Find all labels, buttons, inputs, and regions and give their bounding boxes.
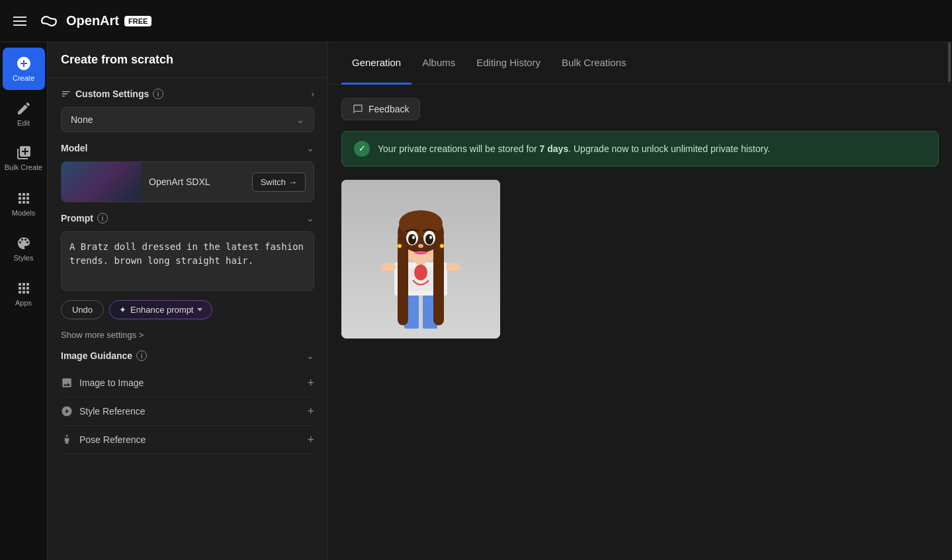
image-grid bbox=[341, 180, 939, 339]
banner-text: Your private creations will be stored fo… bbox=[378, 142, 770, 156]
sidebar-item-bulk-create[interactable]: Bulk Create bbox=[3, 138, 45, 180]
switch-arrow-icon: → bbox=[288, 177, 297, 187]
prompt-input[interactable]: A Bratz doll dressed in the latest fashi… bbox=[61, 231, 314, 291]
prompt-actions: Undo ✦ Enhance prompt bbox=[61, 300, 314, 319]
left-panel: Create from scratch Custom Settings i bbox=[48, 42, 328, 560]
custom-settings-dropdown[interactable]: None ⌄ bbox=[61, 107, 314, 132]
sidebar-label-styles: Styles bbox=[14, 254, 34, 262]
sidebar-item-apps[interactable]: Apps bbox=[3, 272, 45, 315]
custom-settings-title: Custom Settings i bbox=[61, 89, 163, 99]
svg-rect-24 bbox=[446, 263, 460, 271]
custom-settings-header: Custom Settings i › bbox=[61, 89, 314, 99]
svg-point-22 bbox=[440, 244, 444, 248]
sparkle-icon: ✦ bbox=[119, 305, 126, 315]
bulk-create-icon bbox=[16, 145, 32, 161]
pose-reference-item[interactable]: Pose Reference + bbox=[61, 426, 314, 454]
svg-point-19 bbox=[429, 236, 432, 239]
svg-point-20 bbox=[418, 244, 423, 248]
sidebar-label-create: Create bbox=[13, 74, 34, 82]
logo-text: OpenArt bbox=[66, 13, 119, 28]
prompt-title: Prompt i bbox=[61, 213, 108, 223]
tab-bulk-creations[interactable]: Bulk Creations bbox=[551, 42, 637, 85]
tab-generation[interactable]: Generation bbox=[341, 42, 411, 85]
create-icon bbox=[16, 56, 32, 71]
model-chevron[interactable]: ⌄ bbox=[306, 143, 314, 153]
settings-icon bbox=[61, 89, 71, 99]
style-reference-icon bbox=[61, 405, 73, 417]
image-guidance-section: Image Guidance i ⌄ Image to Image + bbox=[61, 350, 314, 454]
panel-content: Custom Settings i › None ⌄ Model ⌄ bbox=[48, 78, 327, 560]
logo-icon bbox=[37, 9, 61, 33]
svg-point-21 bbox=[398, 244, 402, 248]
switch-button[interactable]: Switch → bbox=[252, 173, 306, 192]
pose-reference-icon bbox=[61, 434, 73, 446]
tab-albums[interactable]: Albums bbox=[411, 42, 466, 85]
tabs-bar: Generation Albums Editing History Bulk C… bbox=[328, 42, 952, 85]
content-area: Feedback ✓ Your private creations will b… bbox=[328, 85, 952, 560]
right-content: Generation Albums Editing History Bulk C… bbox=[328, 42, 952, 560]
feedback-icon bbox=[353, 104, 363, 114]
sidebar-item-models[interactable]: Models bbox=[3, 182, 45, 225]
pose-reference-add-icon[interactable]: + bbox=[307, 434, 314, 446]
sidebar-label-apps: Apps bbox=[15, 299, 32, 307]
image-to-image-icon bbox=[61, 377, 73, 389]
prompt-chevron[interactable]: ⌄ bbox=[306, 213, 314, 223]
sidebar-item-edit[interactable]: Edit bbox=[3, 93, 45, 135]
models-icon bbox=[16, 190, 32, 206]
check-circle-icon: ✓ bbox=[354, 141, 370, 157]
image-to-image-label: Image to Image bbox=[79, 378, 144, 388]
svg-point-16 bbox=[408, 234, 416, 245]
free-badge: FREE bbox=[124, 16, 151, 26]
topbar: OpenArt FREE bbox=[0, 0, 952, 42]
undo-button[interactable]: Undo bbox=[61, 300, 104, 319]
custom-settings-info-icon[interactable]: i bbox=[153, 89, 163, 99]
menu-button[interactable] bbox=[11, 14, 29, 28]
svg-rect-23 bbox=[381, 263, 396, 271]
sidebar-label-edit: Edit bbox=[17, 119, 30, 127]
apps-icon bbox=[16, 280, 32, 296]
svg-point-17 bbox=[425, 234, 433, 245]
generated-image-1[interactable] bbox=[341, 180, 500, 339]
style-reference-item[interactable]: Style Reference + bbox=[61, 397, 314, 426]
dropdown-chevron-icon: ⌄ bbox=[296, 114, 304, 125]
model-preview-image bbox=[62, 162, 141, 202]
main-layout: Create Edit Bulk Create Models Styles bbox=[0, 42, 952, 560]
bratz-doll-image bbox=[341, 180, 500, 339]
custom-settings-section: Custom Settings i › None ⌄ bbox=[61, 89, 314, 132]
info-banner: ✓ Your private creations will be stored … bbox=[341, 131, 939, 167]
prompt-info-icon[interactable]: i bbox=[97, 213, 108, 223]
model-header: Model ⌄ bbox=[61, 143, 314, 153]
svg-point-13 bbox=[399, 210, 443, 237]
image-to-image-add-icon[interactable]: + bbox=[307, 377, 314, 389]
banner-days: 7 days bbox=[540, 143, 569, 154]
feedback-button[interactable]: Feedback bbox=[341, 98, 420, 120]
image-guidance-header: Image Guidance i ⌄ bbox=[61, 350, 314, 361]
sidebar-label-bulk-create: Bulk Create bbox=[5, 163, 42, 172]
sidebar-item-styles[interactable]: Styles bbox=[3, 227, 45, 270]
model-card[interactable]: OpenArt SDXL Switch → bbox=[61, 161, 314, 202]
enhance-button[interactable]: ✦ Enhance prompt bbox=[109, 300, 212, 319]
model-preview bbox=[62, 162, 141, 202]
styles-icon bbox=[16, 235, 32, 251]
model-name: OpenArt SDXL bbox=[141, 177, 252, 187]
image-guidance-info-icon[interactable]: i bbox=[136, 350, 147, 361]
style-reference-add-icon[interactable]: + bbox=[307, 405, 314, 417]
tab-editing-history[interactable]: Editing History bbox=[466, 42, 551, 85]
prompt-header: Prompt i ⌄ bbox=[61, 213, 314, 223]
svg-point-0 bbox=[66, 435, 68, 437]
image-to-image-item[interactable]: Image to Image + bbox=[61, 369, 314, 397]
sidebar: Create Edit Bulk Create Models Styles bbox=[0, 42, 48, 560]
svg-point-18 bbox=[412, 236, 415, 239]
edit-icon bbox=[16, 100, 32, 116]
enhance-chevron-icon bbox=[197, 308, 202, 311]
svg-point-7 bbox=[414, 264, 427, 280]
model-title: Model bbox=[61, 143, 87, 153]
style-reference-label: Style Reference bbox=[79, 406, 146, 417]
custom-settings-chevron[interactable]: › bbox=[311, 89, 314, 99]
show-more-settings-link[interactable]: Show more settings > bbox=[61, 330, 314, 340]
image-guidance-chevron[interactable]: ⌄ bbox=[306, 350, 314, 361]
prompt-section: Prompt i ⌄ A Bratz doll dressed in the l… bbox=[61, 213, 314, 319]
model-section: Model ⌄ OpenArt SDXL Switch → bbox=[61, 143, 314, 202]
sidebar-label-models: Models bbox=[12, 209, 35, 217]
sidebar-item-create[interactable]: Create bbox=[3, 48, 45, 90]
